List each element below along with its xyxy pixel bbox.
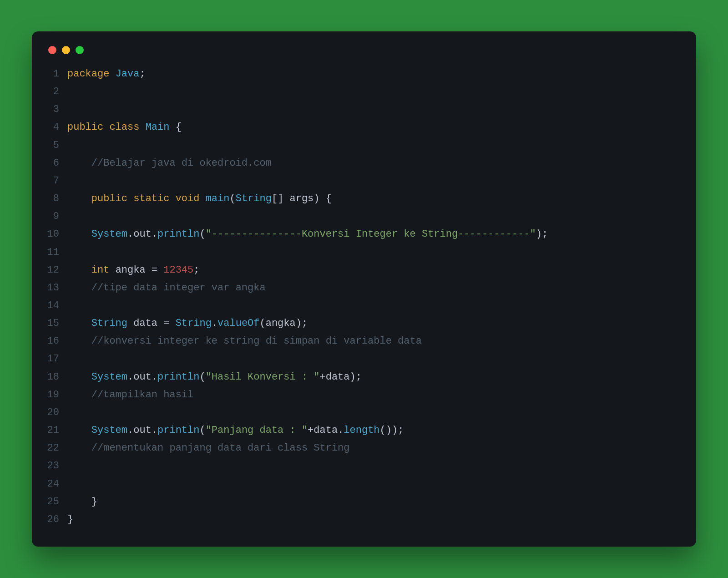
token-kw: public [67, 122, 109, 133]
token-kw: int [91, 264, 116, 276]
code-line: 9 [46, 208, 682, 225]
line-number: 15 [46, 314, 67, 332]
token-type: String [91, 318, 133, 329]
line-number: 21 [46, 421, 67, 439]
line-content: package Java; [67, 65, 146, 83]
code-line: 20 [46, 404, 682, 421]
token-var: angka [266, 318, 296, 329]
token-pun: } [67, 496, 97, 507]
token-pun [67, 335, 91, 347]
line-content: } [67, 493, 97, 511]
token-pun [67, 442, 91, 454]
token-cm: //Belajar java di okedroid.com [91, 157, 272, 169]
line-content: System.out.println("Panjang data : "+dat… [67, 421, 404, 439]
code-line: 13 //tipe data integer var angka [46, 279, 682, 297]
code-line: 22 //menentukan panjang data dari class … [46, 439, 682, 457]
line-number: 14 [46, 297, 67, 314]
token-type: System [91, 371, 127, 383]
line-content: System.out.println("Hasil Konversi : "+d… [67, 368, 362, 386]
line-number: 5 [46, 137, 67, 154]
code-line: 21 System.out.println("Panjang data : "+… [46, 421, 682, 439]
line-content [67, 83, 73, 101]
token-pun [67, 318, 91, 329]
token-var: args [290, 193, 314, 204]
token-var: data [326, 371, 350, 383]
line-number: 11 [46, 243, 67, 261]
code-line: 15 String data = String.valueOf(angka); [46, 314, 682, 332]
line-content [67, 350, 73, 368]
code-line: 1package Java; [46, 65, 682, 83]
line-number: 25 [46, 493, 67, 511]
token-fn: length [344, 425, 379, 436]
line-number: 20 [46, 404, 67, 421]
token-var: out [133, 228, 152, 240]
code-line: 5 [46, 137, 682, 154]
token-type: Java [116, 68, 140, 80]
token-pun: ); [350, 371, 362, 383]
token-type: Main [146, 122, 176, 133]
line-number: 17 [46, 350, 67, 368]
token-fn: main [206, 193, 230, 204]
code-line: 2 [46, 83, 682, 101]
line-content: //konversi integer ke string di simpan d… [67, 332, 422, 350]
token-pun: ; [139, 68, 145, 80]
token-type: System [91, 228, 127, 240]
token-pun: . [152, 228, 157, 240]
token-pun: ( [199, 425, 205, 436]
line-content [67, 243, 73, 261]
line-number: 26 [46, 511, 67, 528]
line-content: } [67, 511, 73, 528]
token-var: data [313, 425, 338, 436]
token-type: System [91, 425, 127, 436]
token-pun [67, 371, 91, 383]
line-number: 16 [46, 332, 67, 350]
line-number: 9 [46, 208, 67, 225]
token-pun [67, 389, 91, 401]
line-content [67, 404, 73, 421]
line-content: public static void main(String[] args) { [67, 190, 332, 208]
token-var: out [133, 371, 152, 383]
close-icon[interactable] [48, 46, 56, 54]
code-editor[interactable]: 1package Java;2 3 4public class Main {5 … [46, 65, 682, 528]
token-pun: ( [199, 371, 205, 383]
line-number: 10 [46, 225, 67, 243]
token-kw: static [133, 193, 175, 204]
token-pun: ); [536, 228, 548, 240]
token-pun [67, 228, 91, 240]
code-line: 12 int angka = 12345; [46, 261, 682, 279]
token-pun: . [338, 425, 344, 436]
token-op: + [320, 371, 326, 383]
line-number: 23 [46, 457, 67, 475]
token-pun: . [127, 371, 133, 383]
line-number: 19 [46, 386, 67, 404]
token-fn: println [157, 228, 199, 240]
line-content: //tampilkan hasil [67, 386, 193, 404]
token-op: = [163, 318, 175, 329]
token-str: "Panjang data : " [206, 425, 308, 436]
token-kw: void [176, 193, 206, 204]
token-pun [67, 425, 91, 436]
editor-window: 1package Java;2 3 4public class Main {5 … [32, 31, 696, 547]
token-fn: println [157, 371, 199, 383]
line-number: 7 [46, 172, 67, 190]
line-content: //tipe data integer var angka [67, 279, 266, 297]
token-pun: . [152, 425, 157, 436]
line-content: //Belajar java di okedroid.com [67, 154, 272, 172]
code-line: 7 [46, 172, 682, 190]
token-pun: . [127, 228, 133, 240]
token-cm: //tampilkan hasil [91, 389, 193, 401]
line-content: String data = String.valueOf(angka); [67, 314, 308, 332]
line-number: 3 [46, 101, 67, 118]
line-number: 2 [46, 83, 67, 101]
minimize-icon[interactable] [62, 46, 70, 54]
token-var: out [133, 425, 152, 436]
token-type: String [176, 318, 212, 329]
line-number: 18 [46, 368, 67, 386]
token-pun: { [176, 122, 182, 133]
code-line: 6 //Belajar java di okedroid.com [46, 154, 682, 172]
zoom-icon[interactable] [76, 46, 84, 54]
token-pun: ); [296, 318, 308, 329]
line-content: //menentukan panjang data dari class Str… [67, 439, 350, 457]
token-var: data [133, 318, 163, 329]
code-line: 11 [46, 243, 682, 261]
